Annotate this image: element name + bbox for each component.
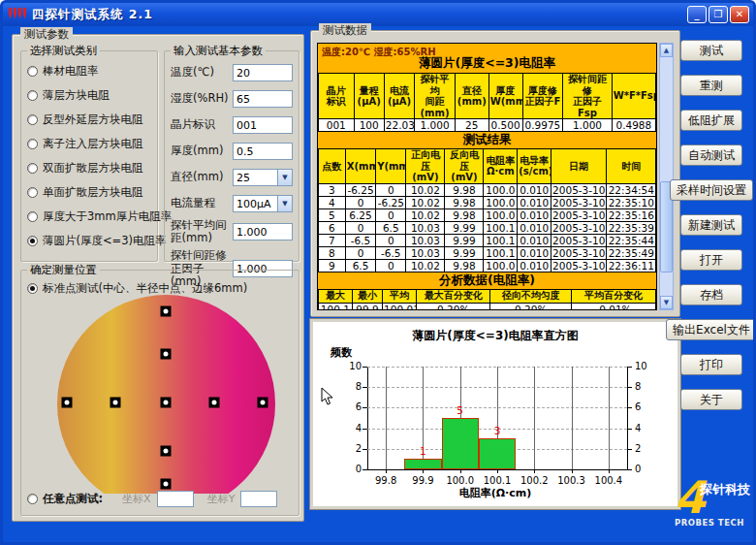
param-input[interactable]	[233, 223, 293, 240]
cell: -6.5	[345, 234, 375, 246]
action-button[interactable]: 关于	[680, 389, 742, 410]
column-header: 电导率 (s/cm)	[518, 149, 551, 184]
wafer-map	[57, 295, 275, 494]
param-input[interactable]	[233, 116, 293, 134]
y-tick-label: 2	[342, 443, 362, 454]
action-button[interactable]: 新建测试	[680, 214, 742, 236]
y-tick-mark	[627, 387, 632, 388]
cell: 22.03	[384, 119, 414, 132]
action-button[interactable]: 测试	[680, 40, 742, 61]
test-type-label: 单面扩散层方块电阻	[43, 185, 143, 200]
panel-title: 测试参数	[20, 27, 73, 42]
cell: 2005-3-10	[551, 208, 607, 221]
action-button[interactable]: 打开	[680, 249, 742, 271]
y-tick-mark	[362, 449, 367, 450]
param-label: 厚度(mm)	[171, 144, 233, 157]
cell: 4	[319, 196, 346, 208]
action-button[interactable]: 低阻扩展	[680, 110, 742, 131]
cell: 100.0	[484, 208, 518, 221]
column-header: 探针平均 间距(mm)	[415, 74, 456, 119]
param-field: 温度(℃)	[171, 62, 295, 83]
test-type-option[interactable]: 双面扩散层方块电阻	[27, 156, 157, 180]
x-tick-label: 100.4	[595, 475, 623, 486]
param-label: 电流量程	[171, 197, 233, 209]
test-type-option[interactable]: 反型外延层方块电阻	[27, 108, 157, 132]
axis-line	[627, 367, 628, 469]
action-button[interactable]: 采样时间设置	[670, 179, 753, 201]
y-tick-label: 8	[342, 381, 362, 392]
measure-position-group-title: 确定测量位置	[27, 263, 100, 277]
chevron-down-icon: ▼	[277, 196, 292, 211]
action-button[interactable]: 输出Excel文件	[666, 319, 756, 340]
x-tick-mark	[497, 469, 498, 473]
bar-value-label: 5	[457, 404, 463, 416]
action-button[interactable]: 重测	[680, 75, 742, 96]
bar-value-label: 1	[420, 445, 426, 457]
x-tick-mark	[534, 469, 535, 473]
cell: 100.0	[484, 259, 518, 272]
action-button[interactable]: 存档	[680, 284, 742, 305]
close-button[interactable]: ✕	[730, 6, 749, 23]
cell: 10.02	[406, 183, 445, 196]
table-row: 56.25010.029.98100.00.0102005-3-1022:35:…	[319, 208, 656, 221]
coord-x-input[interactable]	[157, 491, 194, 507]
test-type-label: 双面扩散层方块电阻	[43, 161, 143, 176]
scroll-down-icon[interactable]: ▼	[660, 296, 673, 309]
test-type-option[interactable]: 离子注入层方块电阻	[27, 132, 157, 156]
minimize-button[interactable]: _	[687, 6, 707, 23]
test-type-option[interactable]: 单面扩散层方块电阻	[27, 180, 157, 205]
test-type-option[interactable]: 棒材电阻率	[27, 59, 157, 83]
param-select[interactable]: 25▼	[233, 169, 293, 186]
action-button[interactable]: 自动测试	[680, 144, 742, 166]
cell: 9.98	[445, 183, 484, 196]
x-tick-label: 99.9	[412, 475, 433, 486]
cell: 9.98	[445, 259, 484, 272]
x-tick-label: 99.8	[375, 475, 396, 486]
test-type-option[interactable]: 薄圆片(厚度<=3)电阻率	[27, 229, 157, 253]
restore-button[interactable]: ❐	[709, 6, 728, 23]
cell: 3	[319, 183, 346, 196]
test-type-option[interactable]: 薄层方块电阻	[27, 83, 157, 108]
cell: 100.1	[484, 234, 518, 246]
cell: 0.20%	[490, 303, 572, 310]
cell: 0	[376, 234, 406, 246]
column-header: 厚度 W(mm)	[488, 74, 522, 119]
scroll-up-icon[interactable]: ▲	[660, 44, 673, 57]
param-input[interactable]	[233, 64, 293, 81]
test-type-option[interactable]: 厚度大于3mm厚片电阻率	[27, 205, 157, 229]
column-header: 探针间距修 正因子Fsp	[563, 74, 612, 119]
standard-points-label: 标准点测试(中心、半径中点、边缘6mm)	[43, 281, 247, 296]
cell: 6	[319, 221, 346, 234]
cell: 0.010	[518, 196, 551, 208]
data-panel-title: 测试数据	[319, 23, 371, 38]
scrollbar[interactable]: ▲ ▼	[659, 43, 674, 310]
action-button[interactable]: 打印	[680, 354, 742, 375]
coord-y-input[interactable]	[240, 491, 277, 507]
param-select[interactable]: 100μA▼	[233, 195, 293, 212]
cell: 0	[376, 259, 406, 272]
cell: 0.500	[488, 119, 522, 132]
cell: 0.9975	[522, 119, 563, 132]
cell: 100	[354, 119, 384, 132]
measure-point	[257, 397, 268, 407]
title-bar[interactable]: 四探针测试系统 2.1 _ ❐ ✕	[3, 3, 753, 26]
param-input[interactable]	[233, 90, 293, 108]
cell: 100.0	[484, 196, 518, 208]
column-header: 日期	[551, 149, 607, 184]
column-header: 径向不均匀度	[490, 289, 572, 303]
arbitrary-point-radio[interactable]: 任意点测试:	[27, 492, 103, 506]
column-header: 晶片 标识	[319, 74, 355, 119]
param-field: 直径(mm)25▼	[171, 167, 295, 188]
test-type-label: 薄层方块电阻	[43, 88, 110, 103]
cell: 2005-3-10	[551, 259, 607, 272]
table-row: 606.510.039.99100.10.0102005-3-1022:35:3…	[319, 221, 656, 234]
param-input[interactable]	[233, 143, 293, 160]
x-tick-label: 100.2	[520, 475, 549, 486]
y-tick-mark	[627, 367, 632, 368]
selected-value: 100μA	[234, 198, 277, 210]
cell: 0.20%	[416, 303, 490, 310]
window-title: 四探针测试系统 2.1	[32, 7, 153, 23]
cell: 0	[376, 208, 406, 221]
cell: 10.02	[406, 208, 445, 221]
cell: 2005-3-10	[551, 234, 607, 246]
